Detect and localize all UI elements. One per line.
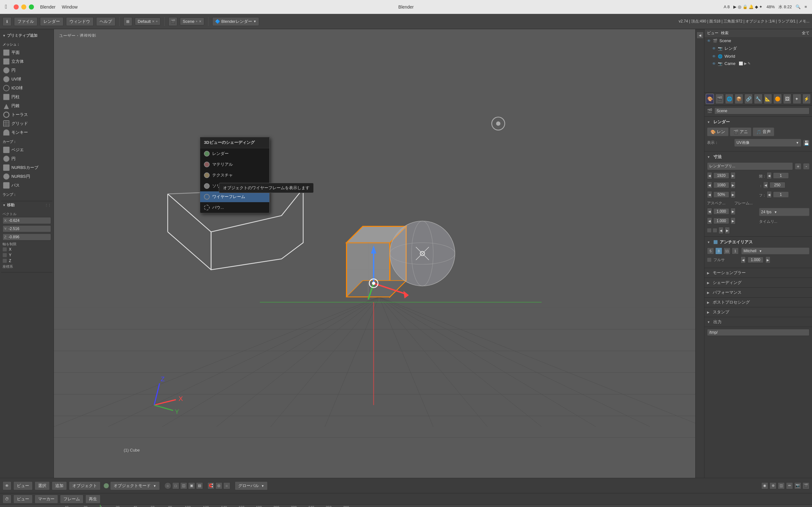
tab-constraints[interactable]: 🔗 [745,94,753,104]
outliner-scene[interactable]: 👁 🎬 Scene [705,37,812,44]
layout-icon[interactable]: ⊞ [123,17,132,26]
frame-start-field[interactable]: 1 [773,172,789,179]
crop-checkbox[interactable] [713,228,717,233]
outliner-view-btn[interactable]: ビュー [707,31,718,36]
mesh-grid[interactable]: グリッド [1,119,52,128]
res-x-down[interactable]: ◀ [707,172,712,179]
tab-modifiers[interactable]: 🔧 [754,94,762,104]
curve-circle[interactable]: 円 [1,154,52,163]
mesh-uvsphere[interactable]: UV球 [1,75,52,83]
camera-view-icon[interactable]: 📷 [794,482,801,489]
frame-start-down[interactable]: ◀ [767,172,772,179]
aspect-y-field[interactable]: 1.000 [713,218,729,224]
tab-material[interactable]: 🟠 [773,94,781,104]
outliner-camera[interactable]: 👁 📷 Came ⬜ ▶ ✎ [710,60,812,67]
render-audio-btn[interactable]: 🎵 音声 [753,127,774,136]
mesh-plane[interactable]: 平面 [1,48,52,57]
shading-section[interactable]: ▶ シェーディング [705,278,812,288]
full-sample-up[interactable]: ▶ [765,257,770,263]
view-btn[interactable]: ビュー [13,481,33,490]
add-btn[interactable]: 追加 [52,481,67,490]
solid-draw-icon[interactable]: □ [172,482,179,489]
viewport-area[interactable]: ユーザー・透視投影 [54,29,704,478]
time-r-down[interactable]: ◀ [718,227,723,234]
preset-remove-btn[interactable]: - [803,163,809,170]
full-sample-checkbox[interactable] [707,258,711,262]
frame-step-field[interactable]: 1 [773,191,789,198]
curve-path[interactable]: パス [1,181,52,190]
aspect-x-up[interactable]: ▶ [730,208,735,215]
outliner-all-btn[interactable]: 全て [802,31,809,36]
frame-step-down[interactable]: ◀ [767,191,772,198]
mesh-cube[interactable]: 立方体 [1,57,52,66]
aa-filter-select[interactable]: Mitchell ▼ [741,247,809,255]
aspect-x-down[interactable]: ◀ [707,208,712,215]
aspect-y-up[interactable]: ▶ [730,217,735,224]
menu-blender[interactable]: Blender [40,4,55,9]
aspect-y-down[interactable]: ◀ [707,217,712,224]
tab-render[interactable]: 🎨 [706,94,714,104]
aa-8[interactable]: 8 [715,247,722,255]
aa-11[interactable]: 11 [723,247,730,255]
info-icon-btn[interactable]: ℹ [3,17,11,26]
mesh-cylinder[interactable]: 円柱 [1,93,52,101]
render-preset-field[interactable]: レンダープリ... [707,162,793,170]
shading-dropdown[interactable]: 3Dビューのシェーディング レンダー マテリアル テクスチャ ソリッド ワイヤー… [200,137,270,213]
mesh-icosphere[interactable]: ICO球 [1,83,52,93]
motion-blur-section[interactable]: ▶ モーションブラー [705,268,812,278]
side-nav-expand[interactable]: ◀ [697,32,704,39]
tab-texture[interactable]: 🖼 [783,94,792,104]
tab-scene[interactable]: 🎬 [715,94,723,104]
aa-16[interactable]: 1 [732,247,739,255]
prop-edit-icon[interactable]: ◎ [215,482,222,489]
curve-bezier[interactable]: ベジエ [1,146,52,154]
outliner-render[interactable]: 👁 📷 レンダ [710,44,812,53]
material-draw-icon[interactable]: ▤ [196,482,203,489]
layer-icon[interactable]: ◫ [778,482,785,489]
renderer-area[interactable]: 🔷 Blenderレンダー ▼ [212,17,259,26]
y-field[interactable]: Y: -2.516 [3,225,51,232]
global-select[interactable]: グローバル ▼ [235,481,268,490]
percent-down[interactable]: ◀ [707,191,712,198]
window-menu[interactable]: ウィンドウ [66,17,94,26]
window-controls[interactable] [14,4,34,9]
render-section-header[interactable]: ▼ レンダー [707,119,809,125]
render-preview-icon[interactable]: 🎬 [803,482,809,489]
timeline-icon[interactable]: ⏱ [3,495,11,504]
tab-physics[interactable]: ⚡ [803,94,811,104]
performance-section[interactable]: ▶ パフォーマンス [705,288,812,297]
shading-texture[interactable]: テクスチャ [200,170,269,181]
x-field[interactable]: X: -0.624 [3,217,51,224]
render-image-btn[interactable]: 🎨 レン [707,127,728,136]
mesh-monkey[interactable]: モンキー [1,128,52,137]
tab-data[interactable]: 📐 [764,94,772,104]
percent-field[interactable]: 50% [713,191,729,198]
render-anim-btn[interactable]: 🎬 アニ [730,127,751,136]
scene-name-field[interactable]: Scene [714,107,809,114]
res-x-up[interactable]: ▶ [730,172,735,179]
snap-icon[interactable]: 🧲 [207,482,214,489]
timeline-markers-area[interactable]: -40 -20 0 20 40 60 80 100 120 140 160 18… [0,504,812,507]
scene-name-area[interactable]: Scene + ✕ [180,17,204,25]
time-r-up[interactable]: ▶ [725,227,730,234]
curve-nurbs[interactable]: NURBSカーブ [1,163,52,172]
preset-add-btn[interactable]: + [795,163,801,170]
postprocessing-section[interactable]: ▶ ポストプロセシング [705,297,812,307]
texture-draw-icon[interactable]: ▣ [188,482,195,489]
minimize-button[interactable] [21,4,26,9]
res-y-up[interactable]: ▶ [730,181,735,188]
z-field[interactable]: Z: -0.896 [3,233,51,240]
layout-name-area[interactable]: Default ✕ + [135,17,160,25]
help-menu[interactable]: ヘルプ [96,17,115,26]
aa-5[interactable]: 5 [707,247,714,255]
res-y-field[interactable]: 1080 [713,182,729,188]
timeline-marker-btn[interactable]: マーカー [35,495,58,504]
aa-section-header[interactable]: ▼ アンチエイリアス [707,239,809,245]
mesh-circle[interactable]: 円 [1,66,52,75]
close-button[interactable] [14,4,19,9]
shading-bounds[interactable]: バウ... [200,202,269,213]
display-select[interactable]: UV画像 ▼ [734,139,801,147]
mesh-cone[interactable]: 円錐 [1,101,52,110]
aspect-x-field[interactable]: 1.000 [713,208,729,215]
res-x-field[interactable]: 1920 [713,172,729,179]
